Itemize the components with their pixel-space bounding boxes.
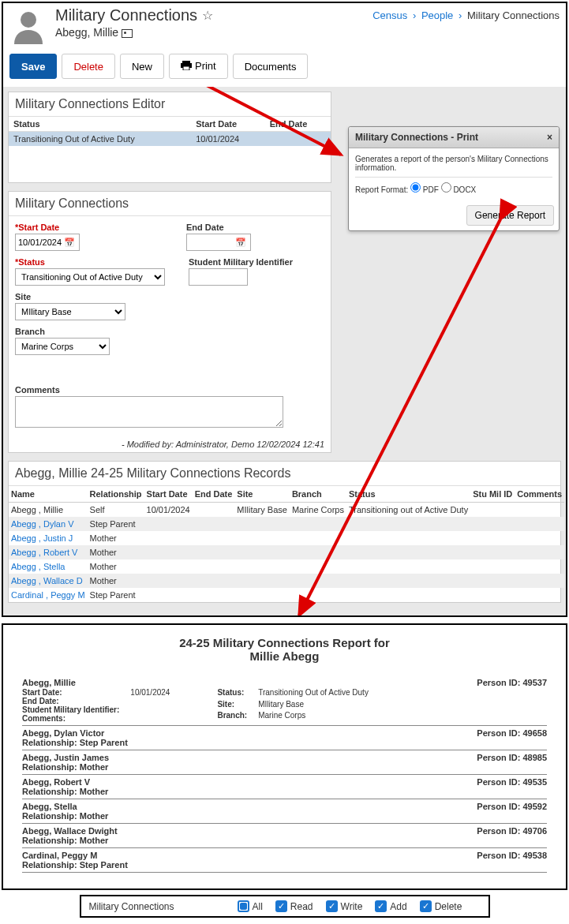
avatar-icon — [9, 8, 47, 46]
table-row[interactable]: Abegg , Wallace DMother — [9, 574, 564, 588]
save-button[interactable]: Save — [9, 54, 57, 79]
content-area: Military Connections Editor Status Start… — [3, 87, 566, 615]
id-card-icon — [122, 29, 133, 38]
branch-select[interactable]: Marine Corps — [15, 338, 110, 355]
editor-table: Status Start Date End Date Transitioning… — [9, 117, 331, 182]
print-button[interactable]: Print — [169, 54, 228, 79]
site-select[interactable]: MIlitary Base — [15, 303, 125, 320]
records-title: Abegg, Millie 24-25 Military Connections… — [9, 462, 560, 486]
records-table: Name Relationship Start Date End Date Si… — [9, 486, 564, 602]
label-site: Site — [15, 292, 125, 301]
end-date-field[interactable]: 📅 — [186, 234, 251, 251]
label-start-date: *Start Date — [15, 223, 80, 232]
documents-button[interactable]: Documents — [233, 54, 309, 79]
modified-by: - Modified by: Administrator, Demo 12/02… — [9, 436, 331, 452]
print-dialog-desc: Generates a report of the person's Milit… — [355, 155, 552, 172]
breadcrumb: Census › People › Military Connections — [372, 6, 560, 21]
start-date-field[interactable]: 📅 — [15, 234, 80, 251]
close-icon[interactable]: × — [547, 132, 552, 143]
editor-panel: Military Connections Editor Status Start… — [8, 92, 331, 183]
report-row: Abegg, StellaRelationship: MotherPerson … — [22, 799, 547, 824]
label-status: *Status — [15, 257, 165, 267]
main-panel: Military Connections ☆ Abegg, Millie Cen… — [2, 2, 567, 617]
col-start: Start Date — [191, 117, 265, 132]
col-status: Status — [9, 117, 191, 132]
delete-button[interactable]: Delete — [62, 54, 115, 79]
print-dialog-title: Military Connections - Print — [355, 132, 478, 143]
report-title: 24-25 Military Connections Report for Mi… — [22, 636, 547, 663]
print-icon — [181, 61, 192, 73]
report-row: Abegg, Wallace DwightRelationship: Mothe… — [22, 824, 547, 848]
status-select[interactable]: Transitioning Out of Active Duty — [15, 268, 165, 286]
report-panel: 24-25 Military Connections Report for Mi… — [2, 623, 567, 890]
breadcrumb-people[interactable]: People — [421, 9, 453, 21]
perm-write[interactable]: ✓Write — [326, 900, 363, 912]
form-panel: Military Connections *Start Date 📅 End D… — [8, 191, 331, 453]
star-icon[interactable]: ☆ — [202, 8, 213, 23]
perm-title: Military Connections — [89, 901, 231, 912]
breadcrumb-current: Military Connections — [467, 9, 560, 21]
table-row[interactable]: Cardinal , Peggy MStep Parent — [9, 588, 564, 602]
table-row[interactable]: Abegg , Robert VMother — [9, 545, 564, 559]
report-format: Report Format: PDF DOCX — [355, 182, 552, 194]
svg-rect-1 — [182, 61, 190, 63]
header: Military Connections ☆ Abegg, Millie Cen… — [3, 3, 566, 49]
table-row[interactable]: Abegg , MillieSelf10/01/2024MIlitary Bas… — [9, 503, 564, 518]
breadcrumb-census[interactable]: Census — [372, 9, 407, 21]
generate-report-button[interactable]: Generate Report — [466, 205, 554, 226]
perm-read[interactable]: ✓Read — [275, 900, 313, 912]
label-smi: Student Military Identifier — [189, 257, 293, 267]
person-name: Abegg, Millie — [55, 26, 372, 39]
svg-rect-3 — [183, 66, 189, 70]
calendar-icon[interactable]: 📅 — [64, 238, 75, 248]
report-row: Cardinal, Peggy MRelationship: Step Pare… — [22, 848, 547, 873]
editor-title: Military Connections Editor — [9, 92, 331, 117]
report-row: Abegg, Robert VRelationship: MotherPerso… — [22, 775, 547, 799]
toolbar: Save Delete New Print Documents — [3, 49, 566, 87]
permissions-bar: Military Connections All ✓Read ✓Write ✓A… — [80, 895, 490, 918]
perm-all[interactable]: All — [238, 900, 263, 912]
comments-field[interactable] — [15, 396, 283, 428]
editor-row[interactable]: Transitioning Out of Active Duty 10/01/2… — [9, 132, 331, 147]
label-branch: Branch — [15, 327, 110, 336]
label-comments: Comments — [15, 385, 326, 395]
print-dialog: Military Connections - Print × Generates… — [348, 126, 560, 231]
radio-docx[interactable]: DOCX — [441, 185, 477, 194]
col-end: End Date — [265, 117, 331, 132]
table-row[interactable]: Abegg , StellaMother — [9, 559, 564, 574]
form-title: Military Connections — [9, 192, 331, 216]
table-row[interactable]: Abegg , Dylan VStep Parent — [9, 517, 564, 531]
report-row: Abegg, Justin JamesRelationship: MotherP… — [22, 750, 547, 775]
perm-add[interactable]: ✓Add — [375, 900, 406, 912]
records-panel: Abegg, Millie 24-25 Military Connections… — [8, 461, 561, 603]
smi-field[interactable] — [189, 268, 248, 286]
calendar-icon[interactable]: 📅 — [235, 238, 246, 248]
report-row: Abegg, Dylan VictorRelationship: Step Pa… — [22, 726, 547, 750]
table-row[interactable]: Abegg , Justin JMother — [9, 531, 564, 545]
radio-pdf[interactable]: PDF — [410, 185, 439, 194]
new-button[interactable]: New — [120, 54, 164, 79]
label-end-date: End Date — [186, 223, 251, 232]
page-title: Military Connections — [55, 6, 197, 24]
perm-delete[interactable]: ✓Delete — [420, 900, 462, 912]
svg-point-0 — [21, 12, 36, 28]
report-main-row: Abegg, Millie Start Date:10/01/2024 End … — [22, 675, 547, 726]
